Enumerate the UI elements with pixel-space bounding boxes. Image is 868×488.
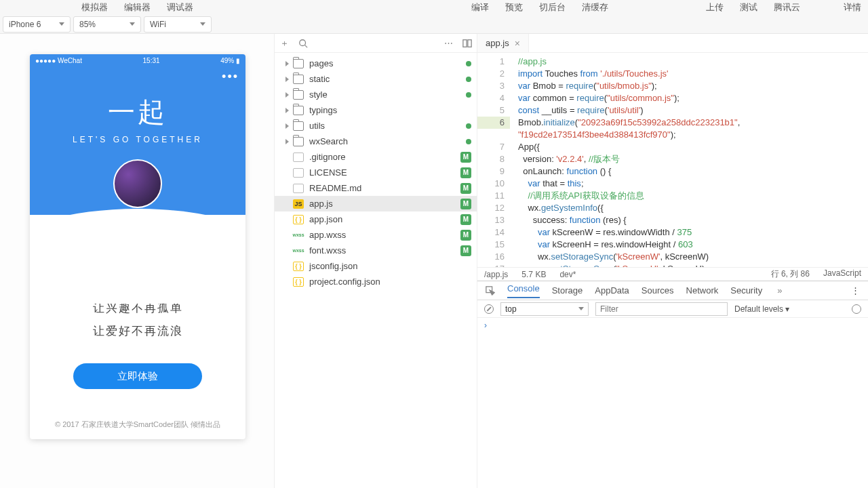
caret-icon [285,139,289,144]
settings-icon[interactable] [852,304,861,314]
editor-statusbar: /app.js 5.7 KB dev* 行 6, 列 86 JavaScript [477,267,868,281]
menu-item[interactable]: 上传 [706,1,724,14]
search-icon[interactable] [298,38,309,49]
devtools-tab-console[interactable]: Console [507,283,540,298]
file-tree-item[interactable]: { }jsconfig.json [275,258,477,274]
file-size: 5.7 KB [521,270,546,279]
avatar [113,159,162,208]
status-badge: M [460,152,471,163]
add-file-icon[interactable]: ＋ [279,38,290,49]
devtools-tab-network[interactable]: Network [686,285,719,296]
battery-label: 49% ▮ [220,57,240,64]
file-name: app.js [309,199,333,209]
file-tree-item[interactable]: LICENSEM [275,165,477,180]
menu-item[interactable]: 预览 [505,1,523,14]
file-name: wxSearch [309,136,348,146]
context-select[interactable]: top [500,302,589,316]
menu-item[interactable]: 编译 [471,1,489,14]
file-tree-item[interactable]: { }project.config.json [275,274,477,289]
code-editor[interactable]: 123456789101112131415161718 //app.jsimpo… [477,53,868,267]
more-icon[interactable]: ••• [222,70,239,84]
split-icon[interactable] [462,38,473,49]
svg-line-1 [305,45,308,47]
status-badge [466,123,471,129]
file-tree-item[interactable]: style [275,87,477,102]
wxss-icon: wxss [293,230,304,240]
app-title: 一起 [30,87,245,131]
file-tree-item[interactable]: wxssapp.wxssM [275,227,477,243]
menu-item[interactable]: 切后台 [539,1,566,14]
app-subtitle: LET'S GO TOGETHER [30,135,245,144]
zoom-select[interactable]: 85% [73,16,141,33]
toolbar: iPhone 6 85% WiFi [0,15,868,34]
caret-icon [285,108,289,113]
more-tabs-icon[interactable]: » [777,285,782,296]
file-name: README.md [309,183,361,193]
json-icon: { } [293,262,304,271]
status-badge [466,92,471,98]
editor-panel: app.js × 123456789101112131415161718 //a… [477,34,868,488]
devtools-tab-appdata[interactable]: AppData [595,285,629,296]
folder-icon [293,75,304,84]
file-name: LICENSE [309,167,347,178]
chevron-down-icon [130,22,135,26]
file-tree-item[interactable]: typings [275,102,477,118]
folder-icon [293,137,304,146]
menu-item[interactable]: 模拟器 [81,1,108,14]
svg-rect-3 [468,39,471,47]
start-button[interactable]: 立即体验 [73,363,202,389]
phone-navbar: ••• [30,66,245,87]
clear-console-icon[interactable] [484,304,494,314]
file-name: jsconfig.json [309,261,358,271]
status-badge [466,139,471,144]
devtools-menu-icon[interactable]: ⋮ [851,285,860,296]
file-name: style [309,89,328,100]
file-tree-item[interactable]: static [275,71,477,87]
menu-item[interactable]: 调试器 [167,1,193,14]
top-menu: 模拟器编辑器调试器 编译预览切后台清缓存上传测试腾讯云详情 [0,0,868,15]
device-select[interactable]: iPhone 6 [3,16,71,33]
svg-rect-2 [463,39,467,47]
chevron-down-icon [578,307,584,310]
menu-item[interactable]: 编辑器 [124,1,151,14]
devtools-tab-storage[interactable]: Storage [552,285,583,296]
console-body[interactable]: › [477,318,868,488]
devtools-panel: Console Storage AppData Sources Network … [477,281,868,488]
simulator-panel: ●●●●● WeChat 15:31 49% ▮ ••• 一起 LET'S GO… [0,34,274,488]
menu-item[interactable]: 测试 [740,1,757,14]
status-badge: M [460,183,471,194]
devtools-tab-sources[interactable]: Sources [642,285,674,296]
file-tree-item[interactable]: README.mdM [275,180,477,196]
language-label: JavaScript [823,268,861,280]
caret-icon [285,92,289,98]
file-tree-item[interactable]: { }app.jsonM [275,211,477,227]
more-icon[interactable]: ⋯ [443,38,454,49]
filter-input[interactable] [595,302,728,316]
console-prompt: › [484,321,487,330]
file-icon [293,184,304,193]
devtools-tab-security[interactable]: Security [730,285,762,296]
file-tree-item[interactable]: wxSearch [275,134,477,149]
tab-label: app.js [486,38,509,48]
folder-icon [293,59,304,68]
file-tree-item[interactable]: pages [275,56,477,71]
menu-item[interactable]: 清缓存 [582,1,608,14]
file-tree-item[interactable]: utils [275,118,477,134]
status-badge: M [460,245,471,256]
status-badge: M [460,199,471,209]
json-icon: { } [293,277,304,287]
close-icon[interactable]: × [515,38,520,49]
file-tree-item[interactable]: wxssfont.wxssM [275,243,477,258]
status-badge [466,61,471,66]
menu-item[interactable]: 详情 [844,1,861,14]
inspect-icon[interactable] [486,286,495,296]
network-select[interactable]: WiFi [144,16,212,33]
menu-item[interactable]: 腾讯云 [774,1,800,14]
file-path: /app.js [484,270,508,279]
file-tree-item[interactable]: JSapp.jsM [275,196,477,211]
editor-tab[interactable]: app.js × [477,34,529,52]
file-name: app.wxss [309,230,346,240]
file-tree-item[interactable]: .gitignoreM [275,149,477,165]
log-levels-select[interactable]: Default levels ▾ [734,304,789,314]
file-name: utils [309,121,325,131]
